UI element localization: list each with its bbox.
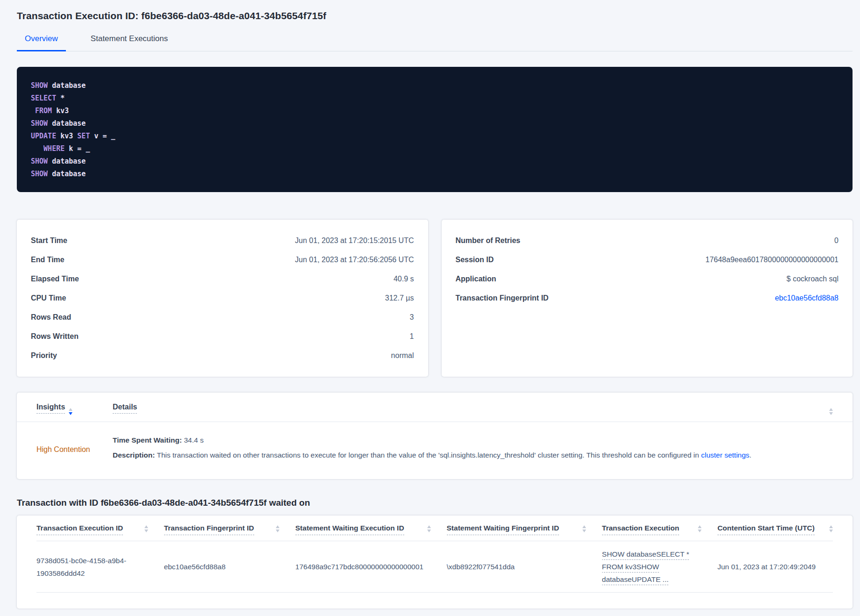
sql-statements-box: SHOW databaseSELECT * FROM kv3SHOW datab… (17, 67, 853, 192)
insights-column-label[interactable]: Insights (36, 403, 65, 414)
cell-transaction-execution-id: 9738d051-bc0e-4158-a9b4-1903586ddd42 (36, 541, 164, 593)
table-row: 9738d051-bc0e-4158-a9b4-1903586ddd42 ebc… (36, 541, 833, 593)
sort-icon[interactable] (698, 525, 702, 532)
insights-table-card: Insights Details High Contention Time Sp… (17, 393, 853, 479)
sort-up-arrow-icon (829, 408, 833, 411)
sort-up-arrow-icon (427, 525, 431, 528)
sort-up-arrow-icon (582, 525, 586, 528)
detail-label: Rows Written (31, 332, 79, 341)
detail-value: 312.7 µs (385, 294, 414, 302)
description-label: Description: (113, 451, 155, 459)
cluster-settings-link[interactable]: cluster settings (701, 451, 749, 459)
sort-down-arrow-icon (276, 530, 280, 532)
tab-bar: Overview Statement Executions (17, 34, 853, 51)
detail-label: CPU Time (31, 294, 66, 302)
column-label[interactable]: Transaction Execution ID (36, 524, 123, 535)
description-text: This transaction waited on other transac… (155, 451, 701, 459)
waiting-label: Time Spent Waiting: (113, 436, 182, 444)
details-column-header: Details (113, 403, 137, 411)
detail-value: $ cockroach sql (787, 275, 838, 283)
column-label[interactable]: Statement Waiting Fingerprint ID (447, 524, 559, 535)
detail-row-start-time: Start Time Jun 01, 2023 at 17:20:15:2015… (31, 231, 414, 250)
insight-type-badge: High Contention (36, 445, 113, 454)
cell-statement-waiting-execution-id: 176498a9c717bdc80000000000000001 (295, 541, 447, 593)
column-label[interactable]: Statement Waiting Execution ID (295, 524, 404, 535)
sort-down-arrow-icon (829, 530, 833, 532)
cell-statement-waiting-fingerprint-id: \xdb8922f077541dda (447, 541, 602, 593)
column-header-transaction-execution-id: Transaction Execution ID (36, 524, 164, 541)
detail-row-retries: Number of Retries 0 (456, 231, 839, 250)
detail-row-cpu-time: CPU Time 312.7 µs (31, 288, 414, 308)
detail-label: Number of Retries (456, 236, 521, 245)
detail-label: Rows Read (31, 313, 71, 322)
detail-value: 0 (834, 236, 838, 245)
sort-down-arrow-icon (144, 530, 148, 532)
waited-on-table: Transaction Execution ID Transaction Fin… (36, 524, 833, 593)
detail-value: normal (391, 351, 414, 360)
details-cards-row: Start Time Jun 01, 2023 at 17:20:15:2015… (17, 220, 853, 377)
sort-up-arrow-icon (829, 525, 833, 528)
detail-value: 40.9 s (394, 275, 414, 283)
detail-value: 3 (410, 313, 414, 322)
sort-down-arrow-icon (698, 530, 702, 532)
insight-description-line: Description: This transaction waited on … (113, 449, 752, 461)
column-label[interactable]: Transaction Fingerprint ID (164, 524, 254, 535)
detail-label: Application (456, 275, 496, 283)
detail-row-end-time: End Time Jun 01, 2023 at 17:20:56:2056 U… (31, 250, 414, 269)
session-details-card: Number of Retries 0 Session ID 17648a9ee… (442, 220, 853, 377)
sort-up-arrow-icon (144, 525, 148, 528)
sort-down-arrow-icon (69, 412, 72, 415)
sort-down-arrow-icon (582, 530, 586, 532)
sort-icon[interactable] (276, 525, 280, 532)
execution-details-card: Start Time Jun 01, 2023 at 17:20:15:2015… (17, 220, 428, 377)
tab-overview[interactable]: Overview (17, 34, 66, 51)
transaction-fingerprint-link[interactable]: ebc10ae56cfd88a8 (775, 294, 838, 302)
table-header-row: Transaction Execution ID Transaction Fin… (36, 524, 833, 541)
sort-icon[interactable] (69, 408, 72, 415)
sort-down-arrow-icon (427, 530, 431, 532)
detail-row-application: Application $ cockroach sql (456, 269, 839, 288)
waiting-value: 34.4 s (182, 436, 204, 444)
transaction-execution-link[interactable]: SHOW databaseSELECT * FROM kv3SHOW datab… (602, 550, 689, 583)
sort-icon[interactable] (829, 408, 833, 415)
details-column-label[interactable]: Details (113, 403, 137, 414)
detail-row-priority: Priority normal (31, 346, 414, 365)
detail-value: 17648a9eea6017800000000000000001 (705, 256, 838, 264)
sort-up-arrow-icon (698, 525, 702, 528)
sort-up-arrow-icon (69, 408, 72, 411)
waited-on-heading: Transaction with ID f6be6366-da03-48de-a… (17, 498, 853, 508)
sort-down-arrow-icon (829, 412, 833, 415)
sort-up-arrow-icon (276, 525, 280, 528)
cell-transaction-fingerprint-id: ebc10ae56cfd88a8 (164, 541, 295, 593)
sort-icon[interactable] (427, 525, 431, 532)
column-label[interactable]: Transaction Execution (602, 524, 679, 535)
detail-row-rows-read: Rows Read 3 (31, 308, 414, 327)
column-header-transaction-fingerprint-id: Transaction Fingerprint ID (164, 524, 295, 541)
cell-contention-start-time: Jun 01, 2023 at 17:20:49:2049 (717, 541, 833, 593)
detail-row-session-id: Session ID 17648a9eea6017800000000000000… (456, 250, 839, 269)
tab-statement-executions[interactable]: Statement Executions (83, 34, 176, 51)
detail-row-elapsed-time: Elapsed Time 40.9 s (31, 269, 414, 288)
column-header-contention-start-time: Contention Start Time (UTC) (717, 524, 833, 541)
detail-row-rows-written: Rows Written 1 (31, 327, 414, 346)
sort-icon[interactable] (582, 525, 586, 532)
insight-waiting-line: Time Spent Waiting: 34.4 s (113, 434, 752, 446)
detail-value: Jun 01, 2023 at 17:20:56:2056 UTC (295, 256, 414, 264)
column-header-transaction-execution: Transaction Execution (602, 524, 717, 541)
sort-icon[interactable] (144, 525, 148, 532)
detail-label: Elapsed Time (31, 275, 79, 283)
transaction-details-page: Transaction Execution ID: f6be6366-da03-… (0, 0, 860, 609)
insights-table-header: Insights Details (17, 393, 853, 422)
waited-on-table-card: Transaction Execution ID Transaction Fin… (17, 516, 853, 609)
detail-value: Jun 01, 2023 at 17:20:15:2015 UTC (295, 236, 414, 245)
table-sort-control (825, 403, 833, 414)
detail-label: Transaction Fingerprint ID (456, 294, 549, 302)
column-label[interactable]: Contention Start Time (UTC) (717, 524, 815, 535)
insights-column-header: Insights (36, 403, 113, 414)
detail-label: End Time (31, 256, 64, 264)
detail-value: 1 (410, 332, 414, 341)
detail-row-transaction-fingerprint: Transaction Fingerprint ID ebc10ae56cfd8… (456, 288, 839, 308)
sort-icon[interactable] (829, 525, 833, 532)
column-header-statement-waiting-execution-id: Statement Waiting Execution ID (295, 524, 447, 541)
detail-label: Session ID (456, 256, 494, 264)
